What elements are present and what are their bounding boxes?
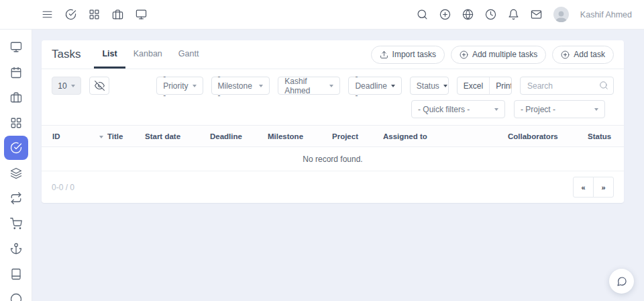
chevron-down-icon	[494, 108, 498, 111]
column-header-assigned-to[interactable]: Assigned to	[383, 126, 427, 148]
column-header-milestone[interactable]: Milestone	[268, 126, 303, 148]
add-multiple-tasks-button[interactable]: Add multiple tasks	[451, 46, 546, 64]
grid-icon[interactable]	[89, 9, 100, 20]
sidebar-item-store[interactable]	[4, 212, 28, 236]
column-header-start-date[interactable]: Start date	[145, 126, 180, 148]
circle-icon	[10, 293, 22, 301]
card-header: Tasks List Kanban Gantt Import tasks Add…	[42, 40, 624, 69]
plus-circle-icon	[561, 50, 570, 59]
milestone-filter[interactable]: - Milestone -	[211, 77, 270, 95]
calendar-icon	[10, 67, 22, 79]
sidebar	[0, 30, 32, 301]
add-task-button[interactable]: Add task	[552, 46, 614, 64]
sidebar-item-dashboard[interactable]	[4, 35, 28, 59]
sidebar-item-projects[interactable]	[4, 85, 28, 110]
empty-message: No record found.	[303, 155, 362, 164]
eye-off-icon	[95, 81, 105, 91]
plus-circle-icon	[460, 50, 468, 59]
sidebar-item-apps[interactable]	[4, 111, 28, 135]
priority-filter[interactable]: - Priority -	[156, 77, 203, 95]
assigned-to-filter[interactable]: Kashif Ahmed	[278, 77, 340, 95]
layers-icon	[10, 167, 22, 179]
filter-area: 10 - Priority - - Milestone - Kashif Ahm…	[42, 69, 624, 125]
globe-icon[interactable]	[462, 9, 474, 20]
prev-page-button[interactable]: «	[573, 177, 594, 198]
sidebar-item-notes[interactable]	[4, 262, 28, 286]
column-header-id[interactable]: ID	[52, 126, 60, 148]
briefcase-icon[interactable]	[112, 9, 123, 20]
check-circle-icon[interactable]	[65, 9, 76, 20]
excel-button[interactable]: Excel	[458, 77, 489, 94]
column-header-deadline[interactable]: Deadline	[210, 126, 242, 148]
anchor-icon	[10, 243, 22, 255]
check-circle-icon	[10, 142, 22, 154]
quick-filters-select[interactable]: - Quick filters -	[411, 100, 505, 118]
tablet-icon	[10, 268, 22, 280]
chat-button[interactable]	[609, 269, 634, 294]
upload-icon	[380, 50, 388, 59]
app-root: Kashif Ahmed	[0, 0, 644, 301]
chevron-down-icon	[193, 85, 197, 87]
next-page-button[interactable]: »	[593, 177, 614, 198]
print-button[interactable]: Print	[489, 77, 512, 94]
chevron-down-icon	[443, 85, 447, 87]
sort-desc-icon[interactable]	[99, 136, 103, 138]
filter-row-1: 10 - Priority - - Milestone - Kashif Ahm…	[52, 77, 614, 95]
sidebar-item-layers[interactable]	[4, 161, 28, 185]
header-actions: Import tasks Add multiple tasks Add task	[371, 40, 614, 69]
shopping-cart-icon	[10, 218, 22, 230]
sidebar-item-leads[interactable]	[4, 236, 28, 261]
search-icon[interactable]	[417, 9, 428, 20]
top-bar: Kashif Ahmed	[0, 0, 644, 30]
plus-circle-icon[interactable]	[439, 9, 451, 20]
column-header-status[interactable]: Status	[588, 126, 611, 148]
grid-icon	[10, 117, 22, 129]
chevron-down-icon	[259, 85, 263, 87]
briefcase-icon	[10, 91, 22, 103]
pagination: 0-0 / 0 « »	[42, 171, 624, 203]
sidebar-item-subscriptions[interactable]	[4, 186, 28, 210]
monitor-icon	[10, 41, 22, 53]
chevron-down-icon	[329, 85, 333, 87]
project-filter[interactable]: - Project -	[514, 100, 605, 118]
table-header: ID Title Start date Deadline Milestone P…	[42, 125, 624, 147]
empty-state-row: No record found.	[42, 147, 624, 171]
toggle-columns-button[interactable]	[89, 77, 109, 95]
export-button-group: Excel Print	[457, 77, 512, 95]
filter-row-2: - Quick filters - - Project -	[52, 100, 614, 118]
user-name[interactable]: Kashif Ahmed	[580, 10, 632, 19]
clock-icon[interactable]	[485, 9, 496, 20]
tab-kanban[interactable]: Kanban	[125, 40, 170, 69]
avatar[interactable]	[553, 7, 569, 22]
mail-icon[interactable]	[531, 9, 542, 20]
tab-gantt[interactable]: Gantt	[170, 40, 207, 69]
deadline-filter[interactable]: - Deadline -	[348, 77, 401, 95]
menu-icon[interactable]	[42, 9, 53, 20]
status-filter[interactable]: Status	[410, 77, 449, 95]
import-tasks-button[interactable]: Import tasks	[371, 46, 445, 64]
column-header-collaborators[interactable]: Collaborators	[508, 126, 558, 148]
tab-list[interactable]: List	[94, 40, 125, 69]
page-title: Tasks	[52, 48, 80, 61]
bell-icon[interactable]	[508, 9, 519, 20]
sidebar-item-calendar[interactable]	[4, 60, 28, 85]
chevron-down-icon	[71, 85, 75, 87]
column-header-project[interactable]: Project	[332, 126, 358, 148]
tasks-card: Tasks List Kanban Gantt Import tasks Add…	[42, 40, 624, 203]
search-box	[520, 77, 614, 95]
message-circle-icon	[616, 276, 627, 287]
page-size-select[interactable]: 10	[52, 77, 81, 95]
repeat-icon	[10, 192, 22, 204]
search-input[interactable]	[520, 77, 614, 95]
sidebar-item-tasks[interactable]	[4, 136, 28, 160]
column-header-title[interactable]: Title	[107, 126, 123, 148]
monitor-icon[interactable]	[136, 9, 147, 20]
pagination-range: 0-0 / 0	[52, 183, 74, 192]
chevron-down-icon	[391, 85, 395, 87]
chevron-down-icon	[594, 108, 598, 111]
sidebar-item-more[interactable]	[4, 287, 28, 301]
topbar-right-icons: Kashif Ahmed	[417, 7, 632, 22]
topbar-left-icons	[42, 9, 147, 20]
pagination-buttons: « »	[573, 177, 614, 198]
